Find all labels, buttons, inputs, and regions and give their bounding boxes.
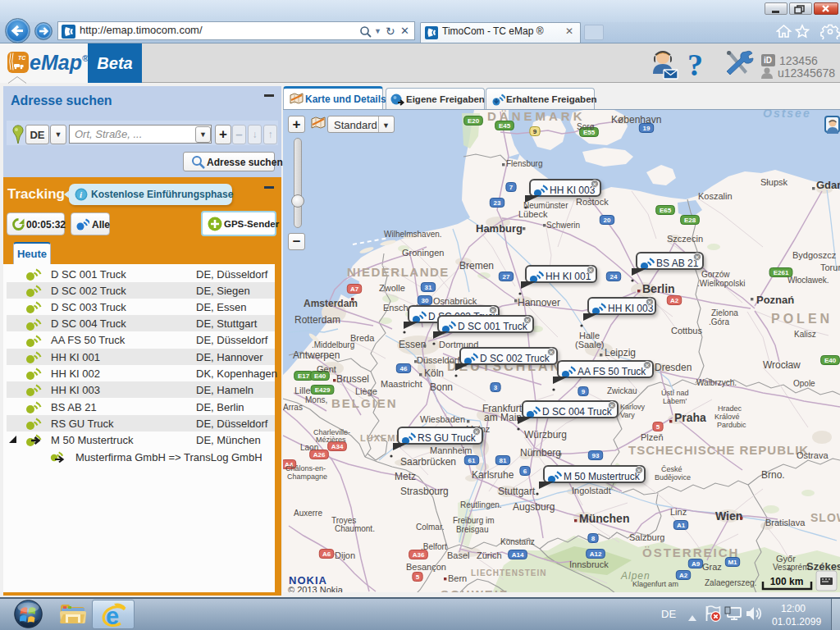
- svg-text:Plzeň: Plzeň: [641, 432, 664, 442]
- svg-text:Berlin: Berlin: [642, 282, 675, 295]
- svg-text:Champagne: Champagne: [287, 472, 327, 481]
- svg-text:A34: A34: [331, 443, 344, 450]
- svg-text:u12345678: u12345678: [778, 66, 835, 80]
- svg-text:8: 8: [591, 535, 596, 542]
- svg-text:Konstanz: Konstanz: [500, 537, 535, 546]
- svg-text:Praha: Praha: [674, 411, 706, 424]
- svg-text:A12: A12: [590, 550, 602, 558]
- svg-text:NIEDERLANDE: NIEDERLANDE: [347, 265, 450, 279]
- svg-text:Düsseldorf: Düsseldorf: [417, 355, 461, 365]
- svg-text:100 km: 100 km: [770, 576, 804, 587]
- svg-text:Breda: Breda: [350, 333, 375, 343]
- svg-text:A26: A26: [313, 451, 326, 459]
- svg-text:ÖSTERREICH: ÖSTERREICH: [642, 546, 739, 559]
- svg-text:Ingolstadt: Ingolstadt: [572, 486, 611, 495]
- svg-text:Breisgau: Breisgau: [456, 525, 488, 534]
- svg-text:iD: iD: [764, 56, 772, 65]
- svg-text:Groningen: Groningen: [402, 248, 444, 258]
- svg-text:.Wielkopolski: .Wielkopolski: [697, 279, 745, 288]
- svg-text:Sorø: Sorø: [577, 122, 595, 131]
- svg-text:København: København: [611, 114, 661, 126]
- svg-text:Pardubic: Pardubic: [717, 421, 746, 429]
- svg-text:E20: E20: [468, 117, 480, 125]
- svg-text:A2: A2: [679, 572, 688, 579]
- svg-text:Szczecin: Szczecin: [667, 234, 703, 244]
- svg-text:DÄNEMARK: DÄNEMARK: [487, 110, 586, 123]
- svg-text:81: 81: [500, 457, 507, 464]
- svg-text:19: 19: [643, 125, 651, 132]
- svg-text:Wien: Wien: [715, 509, 742, 523]
- svg-text:SCHWEIZ: SCHWEIZ: [441, 587, 509, 592]
- svg-text:Basel: Basel: [447, 550, 470, 560]
- svg-text:Zalaegerszeg.: Zalaegerszeg.: [705, 578, 756, 587]
- svg-text:Salzburg: Salzburg: [629, 532, 664, 542]
- svg-text:© 2013 Nokia: © 2013 Nokia: [288, 585, 344, 592]
- svg-text:Graz: Graz: [702, 562, 722, 572]
- svg-text:Innsbruck: Innsbruck: [569, 559, 609, 569]
- svg-text:Poznań: Poznań: [756, 294, 794, 306]
- svg-text:Bydgoszcz: Bydgoszcz: [792, 250, 836, 260]
- svg-text:Zürich: Zürich: [477, 550, 502, 560]
- svg-text:Leipzig: Leipzig: [605, 347, 636, 358]
- svg-text:Köln: Köln: [424, 368, 444, 379]
- svg-text:Gent: Gent: [317, 364, 336, 374]
- svg-text:Dresden: Dresden: [655, 362, 692, 373]
- svg-text:Rotterdam: Rotterdam: [294, 314, 340, 326]
- svg-text:Wiesbaden: Wiesbaden: [420, 414, 465, 424]
- svg-text:Hradec: Hradec: [718, 404, 742, 413]
- svg-text:Karlovy: Karlovy: [620, 403, 646, 411]
- svg-text:Budějovice: Budějovice: [655, 473, 691, 482]
- svg-text:Flensburg: Flensburg: [506, 159, 542, 168]
- svg-text:Mannheim: Mannheim: [430, 445, 472, 455]
- svg-text:Gdańsk: Gdańsk: [816, 179, 840, 191]
- svg-text:České: České: [661, 465, 682, 473]
- svg-text:TSCHECHISCHE REPUBLIK: TSCHECHISCHE REPUBLIK: [628, 443, 809, 457]
- svg-text:Králové: Králové: [714, 413, 740, 421]
- svg-text:(Saale): (Saale): [575, 340, 604, 349]
- svg-text:Cottbus: Cottbus: [671, 326, 702, 336]
- svg-text:Linz: Linz: [670, 507, 687, 517]
- svg-text:A14: A14: [512, 551, 524, 559]
- svg-text:Rostock: Rostock: [576, 197, 609, 207]
- svg-text:Châlons-en-: Châlons-en-: [285, 464, 326, 472]
- svg-text:Zwickau: Zwickau: [607, 386, 637, 395]
- svg-text:27: 27: [503, 273, 510, 281]
- svg-text:E65: E65: [660, 207, 672, 214]
- svg-text:Lübeck: Lübeck: [518, 209, 548, 219]
- svg-text:am Main: am Main: [484, 412, 522, 423]
- svg-text:A36: A36: [413, 551, 425, 559]
- svg-text:3: 3: [494, 384, 498, 391]
- svg-text:Labem': Labem': [663, 397, 687, 405]
- svg-text:Bern: Bern: [448, 573, 467, 583]
- svg-text:München: München: [579, 512, 629, 525]
- svg-text:Arras: Arras: [283, 403, 303, 412]
- svg-text:24: 24: [610, 273, 618, 281]
- svg-text:Wrocław: Wrocław: [763, 359, 801, 371]
- svg-text:Koszalin: Koszalin: [698, 191, 733, 201]
- svg-text:Würzburg: Würzburg: [524, 429, 567, 441]
- svg-text:Mézières: Mézières: [316, 436, 346, 444]
- svg-text:.Belfort: .Belfort: [421, 542, 447, 551]
- svg-text:123456: 123456: [779, 54, 818, 67]
- svg-text:Walbrzych.: Walbrzych.: [696, 378, 737, 387]
- svg-text:Klagenfurt am: Klagenfurt am: [632, 580, 678, 588]
- svg-text:A6: A6: [322, 550, 331, 558]
- svg-text:A7: A7: [350, 285, 359, 293]
- svg-text:?: ?: [687, 48, 703, 80]
- svg-text:Chaumont.: Chaumont.: [335, 524, 375, 533]
- svg-text:Antwerpen: Antwerpen: [293, 349, 340, 361]
- svg-text:POLEN: POLEN: [771, 312, 833, 326]
- svg-text:Laon: Laon: [300, 443, 318, 452]
- svg-text:Reutlingen.: Reutlingen.: [460, 500, 502, 509]
- svg-text:E45: E45: [499, 122, 511, 130]
- svg-text:M1: M1: [728, 559, 737, 566]
- svg-text:Amsterdam: Amsterdam: [304, 298, 358, 309]
- svg-text:E429: E429: [315, 386, 331, 394]
- svg-text:Auxerre: Auxerre: [294, 509, 322, 518]
- svg-text:Kalisz: Kalisz: [794, 330, 816, 339]
- svg-text:Wilhelmshaven.: Wilhelmshaven.: [384, 230, 442, 239]
- svg-text:SLOWA: SLOWA: [810, 511, 840, 524]
- svg-text:Metz: Metz: [395, 471, 416, 482]
- svg-text:.Middelburg: .Middelburg: [312, 340, 354, 349]
- svg-text:Ústí nad: Ústí nad: [661, 389, 689, 397]
